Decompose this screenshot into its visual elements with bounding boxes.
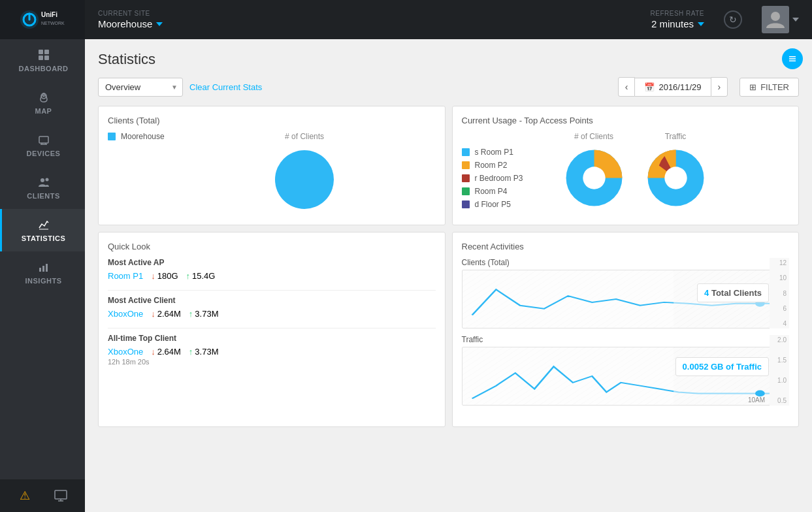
svg-rect-26: [789, 56, 796, 57]
up-arrow-icon: ↑: [189, 347, 193, 357]
alert-icon[interactable]: ⚠: [13, 484, 37, 507]
svg-rect-20: [46, 264, 48, 272]
svg-point-29: [275, 150, 334, 209]
clients-pie-chart: [268, 144, 340, 216]
alltime-client-link[interactable]: XboxOne: [108, 347, 143, 357]
traffic-y-axis: 2.0 1.5 1.0 0.5: [770, 335, 789, 406]
most-active-client-upload: ↑ 3.73M: [189, 309, 219, 319]
statistics-icon: [37, 218, 50, 231]
dashboard-icon: [37, 48, 50, 61]
ap-clients-chart: # of Clients: [560, 132, 628, 212]
sidebar-item-label: DEVICES: [27, 150, 61, 157]
refresh-rate-value[interactable]: 2 minutes: [651, 18, 704, 29]
svg-point-16: [45, 178, 48, 182]
clear-stats-link[interactable]: Clear Current Stats: [189, 82, 262, 92]
sidebar-item-insights[interactable]: INSIGHTS: [0, 251, 85, 294]
clients-chart-area: 4 Total Clients: [462, 270, 790, 328]
alltime-client-section: All-time Top Client XboxOne ↓ 2.64M ↑ 3.…: [108, 334, 436, 366]
legend-color-p4: [462, 187, 470, 195]
legend-item-moorehouse: Moorehouse: [108, 132, 165, 141]
clients-chart-section: Clients (Total): [462, 258, 790, 328]
refresh-rate-label: REFRESH RATE: [651, 10, 705, 17]
alltime-client-label: All-time Top Client: [108, 334, 436, 343]
down-arrow-icon: ↓: [151, 271, 155, 281]
traffic-x-label: 10AM: [748, 396, 765, 404]
svg-point-43: [755, 391, 765, 397]
quick-look-card: Quick Look Most Active AP Room P1 ↓ 180G…: [98, 232, 446, 427]
sidebar-item-dashboard[interactable]: DASHBOARD: [0, 39, 85, 82]
filter-button[interactable]: ⊞ FILTER: [739, 78, 799, 97]
date-display: 📅 2016/11/29: [635, 78, 710, 97]
legend-p2: Room P2: [462, 161, 553, 170]
sidebar-item-devices[interactable]: DEVICES: [0, 124, 85, 167]
refresh-button[interactable]: ↻: [724, 10, 742, 29]
calendar-icon: 📅: [644, 82, 655, 92]
most-active-ap-label: Most Active AP: [108, 258, 436, 267]
svg-rect-19: [42, 266, 44, 272]
most-active-ap-link[interactable]: Room P1: [108, 271, 143, 281]
date-next-button[interactable]: ›: [711, 77, 728, 97]
traffic-chart-title: Traffic: [462, 335, 790, 344]
site-dropdown-arrow: [156, 22, 163, 26]
legend-color: [108, 133, 116, 140]
down-arrow-icon: ↓: [151, 347, 155, 357]
legend-p5: d Floor P5: [462, 200, 553, 209]
main-content: CURRENT SITE Moorehouse REFRESH RATE 2 m…: [85, 0, 812, 512]
legend-color-p2: [462, 161, 470, 169]
recent-activities-title: Recent Activities: [462, 242, 790, 251]
sidebar-item-clients[interactable]: CLIENTS: [0, 167, 85, 209]
svg-point-33: [664, 167, 687, 189]
view-select[interactable]: Overview: [98, 78, 183, 97]
svg-point-25: [771, 12, 780, 21]
refresh-rate-selector[interactable]: REFRESH RATE 2 minutes: [651, 10, 705, 29]
svg-rect-41: [463, 347, 674, 405]
most-active-ap-section: Most Active AP Room P1 ↓ 180G ↑ 15.4G: [108, 258, 436, 281]
display-icon[interactable]: [49, 484, 73, 507]
clients-col-header: # of Clients: [285, 132, 324, 141]
sidebar-item-statistics[interactable]: STATISTICS: [0, 209, 85, 251]
svg-point-31: [583, 167, 605, 189]
legend-color-p3: [462, 174, 470, 182]
clients-total-card: Clients (Total) Moorehouse # of Clients: [98, 106, 446, 225]
site-name[interactable]: Moorehouse: [98, 18, 163, 29]
avatar[interactable]: [762, 6, 789, 33]
most-active-ap-upload: ↑ 15.4G: [186, 271, 216, 281]
alltime-client-row: XboxOne ↓ 2.64M ↑ 3.73M: [108, 347, 436, 357]
svg-text:UniFi: UniFi: [41, 11, 57, 18]
legend-color-p5: [462, 200, 470, 208]
topbar: CURRENT SITE Moorehouse REFRESH RATE 2 m…: [85, 0, 812, 39]
most-active-client-link[interactable]: XboxOne: [108, 309, 143, 319]
most-active-ap-row: Room P1 ↓ 180G ↑ 15.4G: [108, 271, 436, 281]
devices-icon: [37, 133, 50, 146]
logo[interactable]: UniFi NETWORK: [0, 0, 85, 39]
clients-legend: Moorehouse: [108, 132, 165, 141]
svg-rect-36: [463, 270, 674, 328]
sidebar-item-label: INSIGHTS: [25, 277, 62, 285]
action-button[interactable]: [782, 48, 803, 69]
clients-chart-title: Clients (Total): [462, 258, 790, 267]
sidebar-item-label: STATISTICS: [22, 234, 66, 242]
recent-activities-inner: Clients (Total): [462, 258, 790, 417]
site-selector[interactable]: CURRENT SITE Moorehouse: [98, 10, 163, 29]
current-site-label: CURRENT SITE: [98, 10, 163, 17]
legend-p4: Room P4: [462, 187, 553, 196]
svg-point-15: [41, 178, 44, 182]
legend-p1: s Room P1: [462, 148, 553, 157]
svg-text:NETWORK: NETWORK: [41, 21, 65, 25]
ap-traffic-chart: Traffic: [641, 132, 710, 212]
most-active-ap-download: ↓ 180G: [151, 271, 178, 281]
svg-rect-8: [44, 56, 49, 60]
date-prev-button[interactable]: ‹: [618, 77, 636, 97]
alltime-client-upload: ↑ 3.73M: [189, 347, 219, 357]
recent-activities-card: Recent Activities Clients (Total): [452, 232, 800, 427]
divider: [108, 328, 436, 328]
view-selector[interactable]: Overview ▼: [98, 78, 183, 97]
sidebar-item-map[interactable]: MAP: [0, 82, 85, 124]
clients-total-title: Clients (Total): [108, 116, 436, 125]
alltime-client-time: 12h 18m 20s: [108, 358, 436, 366]
up-arrow-icon: ↑: [186, 271, 191, 281]
legend-p3: r Bedroom P3: [462, 174, 553, 183]
avatar-dropdown-arrow: [792, 18, 799, 22]
legend-color-p1: [462, 148, 470, 156]
ap-charts: # of Clients Tr: [560, 132, 790, 212]
